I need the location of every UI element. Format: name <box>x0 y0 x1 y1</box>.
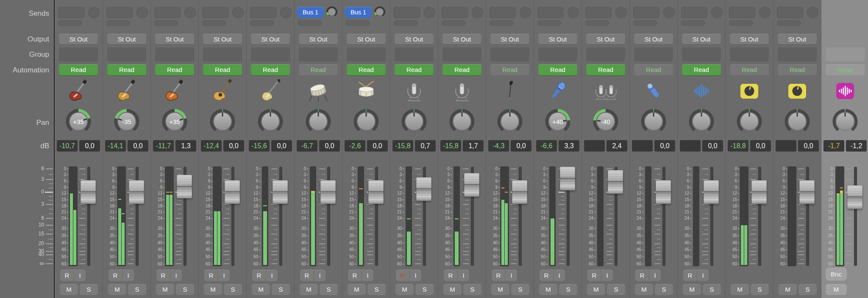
record-enable-button[interactable]: R <box>635 270 649 281</box>
input-monitor-button[interactable]: I <box>122 270 134 281</box>
scale-tick <box>223 225 229 226</box>
fader-handle[interactable] <box>656 180 671 204</box>
input-monitor-button[interactable]: I <box>697 270 709 281</box>
scale-tick <box>322 239 325 240</box>
solo-button[interactable]: S <box>320 284 338 295</box>
fader-handle[interactable] <box>608 170 623 194</box>
record-enable-button[interactable]: R <box>156 270 170 281</box>
solo-button[interactable]: S <box>176 284 194 295</box>
input-monitor-button[interactable]: I <box>458 270 469 281</box>
record-enable-button[interactable]: R <box>300 270 314 281</box>
record-enable-button[interactable]: R <box>444 270 457 281</box>
record-enable-button[interactable]: R <box>540 270 553 281</box>
record-enable-button[interactable]: R <box>252 270 266 281</box>
fader-handle[interactable] <box>464 173 479 197</box>
fader-handle[interactable] <box>704 180 719 204</box>
mute-button[interactable]: M <box>60 284 78 295</box>
fader-handle[interactable] <box>225 180 240 204</box>
mute-button[interactable]: M <box>348 284 366 295</box>
fader-handle[interactable] <box>81 180 96 204</box>
solo-button[interactable]: S <box>751 284 769 295</box>
record-enable-button[interactable]: R <box>60 270 74 281</box>
fader-tick-marks <box>390 0 438 298</box>
scale-tick <box>175 168 181 169</box>
record-enable-button[interactable]: R <box>348 270 362 281</box>
fader-track[interactable] <box>854 167 857 266</box>
fader-handle[interactable] <box>751 180 767 204</box>
scale-tick <box>750 225 756 226</box>
fader-handle[interactable] <box>320 180 336 204</box>
mute-button[interactable]: M <box>683 284 701 295</box>
scale-tick <box>561 213 565 214</box>
scale-tick <box>801 239 804 240</box>
input-monitor-button[interactable]: I <box>218 270 230 281</box>
input-monitor-button[interactable]: I <box>266 270 278 281</box>
scale-tick <box>846 218 852 219</box>
scale-tick <box>223 168 229 169</box>
solo-button[interactable]: S <box>80 284 98 295</box>
solo-button[interactable]: S <box>607 284 625 295</box>
solo-button[interactable]: S <box>272 284 290 295</box>
mute-button[interactable]: M <box>395 284 414 295</box>
mute-button[interactable]: M <box>491 284 509 295</box>
fader-handle[interactable] <box>847 185 862 209</box>
record-enable-button[interactable]: R <box>492 270 505 281</box>
mute-button[interactable]: M <box>443 284 462 295</box>
scale-tick <box>49 200 53 201</box>
solo-button[interactable]: S <box>367 284 386 295</box>
scale-tick <box>82 174 85 175</box>
fader-handle[interactable] <box>368 180 384 204</box>
fader-scale-label: 6 <box>41 215 44 221</box>
input-monitor-button[interactable]: I <box>649 270 661 281</box>
solo-button[interactable]: S <box>511 284 529 295</box>
mute-button[interactable]: M <box>826 284 847 295</box>
input-monitor-button[interactable]: I <box>362 270 373 281</box>
scale-tick <box>750 179 756 180</box>
mute-button[interactable]: M <box>539 284 557 295</box>
solo-button[interactable]: S <box>703 284 721 295</box>
input-monitor-button[interactable]: I <box>314 270 326 281</box>
record-enable-button[interactable]: R <box>587 270 601 281</box>
input-monitor-button[interactable]: I <box>554 270 565 281</box>
input-monitor-button[interactable]: I <box>170 270 182 281</box>
mute-button[interactable]: M <box>300 284 318 295</box>
mute-button[interactable]: M <box>587 284 605 295</box>
mute-button[interactable]: M <box>156 284 174 295</box>
scale-tick <box>654 225 660 226</box>
solo-button[interactable]: S <box>655 284 673 295</box>
input-monitor-button[interactable]: I <box>410 270 421 281</box>
solo-button[interactable]: S <box>559 284 577 295</box>
fader-handle[interactable] <box>177 175 192 199</box>
mute-button[interactable]: M <box>204 284 222 295</box>
solo-button[interactable]: S <box>463 284 481 295</box>
fader-handle[interactable] <box>799 180 815 204</box>
mute-button[interactable]: M <box>108 284 126 295</box>
solo-button[interactable]: S <box>798 284 817 295</box>
mute-button[interactable]: M <box>731 284 749 295</box>
fader-handle[interactable] <box>273 180 288 204</box>
fader-handle[interactable] <box>416 177 431 201</box>
mixer-panel: Sends Output Group Automation Pan dB 630… <box>0 0 868 298</box>
fader-handle[interactable] <box>560 167 575 190</box>
mute-button[interactable]: M <box>635 284 653 295</box>
record-enable-button[interactable]: R <box>108 270 122 281</box>
record-enable-button[interactable]: R <box>204 270 218 281</box>
solo-button[interactable]: S <box>224 284 242 295</box>
scale-tick <box>46 225 53 226</box>
bounce-button[interactable]: Bnc <box>826 268 847 281</box>
scale-tick <box>750 243 756 244</box>
scale-tick <box>274 247 277 248</box>
input-monitor-button[interactable]: I <box>601 270 613 281</box>
solo-button[interactable]: S <box>415 284 434 295</box>
solo-button[interactable]: S <box>128 284 146 295</box>
fader-handle[interactable] <box>512 180 527 204</box>
record-enable-button[interactable]: R <box>683 270 697 281</box>
scale-tick <box>415 225 421 226</box>
fader-handle[interactable] <box>129 180 144 204</box>
input-monitor-button[interactable]: I <box>74 270 86 281</box>
record-enable-button[interactable]: R <box>396 270 409 281</box>
input-monitor-button[interactable]: I <box>506 270 517 281</box>
mute-button[interactable]: M <box>252 284 270 295</box>
scale-tick <box>798 254 804 255</box>
mute-button[interactable]: M <box>779 284 797 295</box>
